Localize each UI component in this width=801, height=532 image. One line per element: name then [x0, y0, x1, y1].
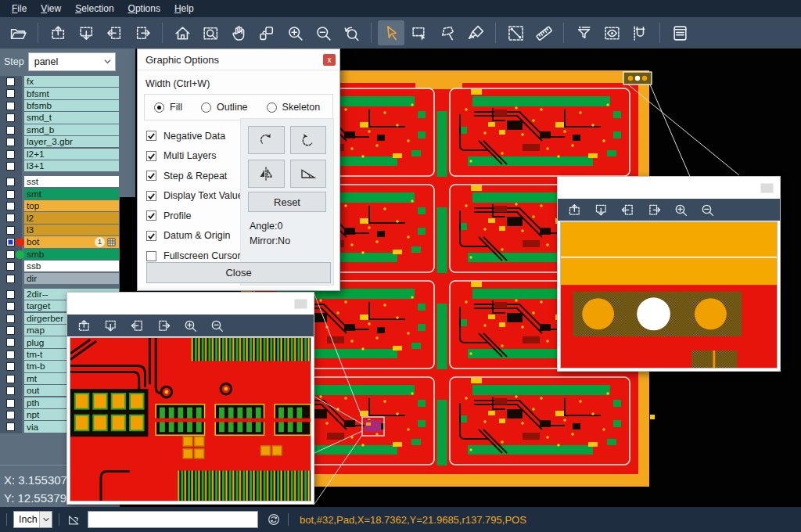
- layer-checkbox[interactable]: [6, 150, 15, 159]
- check-step-repeat[interactable]: Step & Repeat: [146, 171, 243, 181]
- zoom-out-button[interactable]: [697, 200, 718, 219]
- refresh-icon[interactable]: [266, 512, 282, 527]
- layer-name[interactable]: l2+1: [24, 149, 119, 160]
- measure-button[interactable]: [502, 20, 529, 45]
- check-negative-data[interactable]: Negative Data: [146, 131, 243, 141]
- layer-checkbox[interactable]: [6, 386, 15, 395]
- zoom-out-button[interactable]: [207, 316, 228, 335]
- check-fullscreen-cursor[interactable]: Fullscreen Cursor: [146, 251, 243, 261]
- layer-row-l2[interactable]: l2: [0, 212, 120, 224]
- show-hide-button[interactable]: [598, 20, 625, 45]
- window-button[interactable]: [760, 183, 774, 193]
- layer-name[interactable]: smb: [24, 249, 119, 260]
- layer-row-fx[interactable]: fx: [0, 76, 120, 88]
- layer-row-l2+1[interactable]: l2+1: [0, 149, 120, 160]
- check-display-text-value[interactable]: Display Text Value: [146, 191, 243, 201]
- pan-left-button[interactable]: [617, 200, 638, 219]
- menu-file[interactable]: File: [5, 1, 34, 16]
- layer-checkbox[interactable]: [6, 113, 15, 122]
- checkbox[interactable]: [146, 171, 156, 181]
- zoom-in-button[interactable]: [282, 20, 308, 45]
- layer-name[interactable]: bfsmb: [24, 100, 119, 111]
- layer-row-ssb[interactable]: ssb: [0, 261, 120, 272]
- pan-down-button[interactable]: [591, 200, 612, 219]
- layer-checkbox[interactable]: [6, 77, 15, 86]
- layer-checkbox[interactable]: [6, 238, 15, 246]
- menu-help[interactable]: Help: [167, 1, 201, 16]
- layer-name[interactable]: l3: [24, 225, 119, 235]
- check-datum-origin[interactable]: Datum & Origin: [146, 231, 243, 241]
- layer-checkbox[interactable]: [6, 202, 15, 210]
- layer-name[interactable]: dir: [24, 273, 119, 284]
- layer-checkbox[interactable]: [6, 214, 15, 222]
- check-profile[interactable]: Profile: [146, 210, 243, 221]
- dialog-title[interactable]: Graphic Options: [138, 49, 339, 70]
- poly-select-button[interactable]: [434, 20, 461, 45]
- pan-right-button[interactable]: [129, 20, 156, 45]
- pan-up-button[interactable]: [45, 20, 71, 45]
- zoom-out-button[interactable]: [310, 20, 336, 45]
- layer-checkbox[interactable]: [6, 422, 15, 431]
- layer-row-bfsmb[interactable]: bfsmb: [0, 100, 120, 112]
- layer-name[interactable]: smt: [24, 189, 119, 200]
- layer-checkbox[interactable]: [6, 399, 15, 408]
- layer-checkbox[interactable]: [6, 302, 15, 311]
- layer-checkbox[interactable]: [6, 315, 15, 323]
- pan-left-button[interactable]: [101, 20, 128, 45]
- filter-button[interactable]: [570, 20, 597, 45]
- layer-checkbox[interactable]: [6, 102, 15, 110]
- layer-checkbox[interactable]: [6, 362, 15, 371]
- layer-name[interactable]: ssb: [24, 261, 119, 271]
- radio-circle[interactable]: [201, 102, 211, 113]
- drag-view-button[interactable]: [253, 20, 280, 45]
- pan-up-button[interactable]: [74, 316, 95, 335]
- layer-row-bot[interactable]: bot1: [0, 236, 120, 248]
- layer-checkbox[interactable]: [6, 138, 15, 146]
- layer-row-layer_3.gbr[interactable]: layer_3.gbr: [0, 136, 120, 148]
- layer-name[interactable]: l2: [24, 212, 119, 223]
- unit-select[interactable]: Inch: [13, 511, 52, 528]
- command-input[interactable]: [88, 511, 258, 528]
- layers-panel-button[interactable]: [666, 20, 693, 45]
- layer-name[interactable]: smd_t: [24, 112, 119, 123]
- menu-selection[interactable]: Selection: [68, 1, 120, 16]
- radio-outline[interactable]: Outline: [201, 102, 248, 113]
- layer-name[interactable]: layer_3.gbr: [24, 136, 119, 147]
- layer-checkbox[interactable]: [6, 326, 15, 335]
- layer-checkbox[interactable]: [6, 375, 15, 383]
- magnifier-titlebar[interactable]: [558, 177, 780, 199]
- close-icon[interactable]: x: [323, 54, 336, 66]
- grid-icon[interactable]: [107, 238, 116, 246]
- pan-right-button[interactable]: [153, 316, 174, 335]
- layer-checkbox[interactable]: [6, 350, 15, 359]
- radio-circle[interactable]: [267, 102, 277, 113]
- magnifier-view[interactable]: [70, 337, 311, 501]
- zoom-window-button[interactable]: [197, 20, 224, 45]
- home-button[interactable]: [169, 20, 196, 45]
- layer-checkbox[interactable]: [6, 178, 15, 186]
- ruler-button[interactable]: [530, 20, 557, 45]
- close-button[interactable]: Close: [146, 262, 331, 283]
- checkbox[interactable]: [146, 191, 156, 201]
- open-button[interactable]: [5, 20, 31, 45]
- layer-row-smd_b[interactable]: smd_b: [0, 124, 120, 136]
- magnifier-titlebar[interactable]: [67, 293, 314, 315]
- flip-horizontal-button[interactable]: [248, 160, 285, 188]
- layer-name[interactable]: top: [24, 200, 119, 211]
- layer-row-sst[interactable]: sst: [0, 176, 120, 188]
- select-button[interactable]: [378, 20, 404, 45]
- layer-row-l3+1[interactable]: l3+1: [0, 160, 120, 172]
- zoom-in-button[interactable]: [180, 316, 201, 335]
- layer-checkbox[interactable]: [6, 250, 15, 259]
- layer-row-dir[interactable]: dir: [0, 273, 120, 285]
- checkbox[interactable]: [146, 251, 156, 261]
- layer-checkbox[interactable]: [6, 126, 15, 135]
- layer-name[interactable]: fx: [24, 76, 119, 87]
- pan-hand-button[interactable]: [225, 20, 252, 45]
- layer-row-l3[interactable]: l3: [0, 225, 120, 236]
- menu-options[interactable]: Options: [121, 1, 167, 16]
- angle-measure-icon[interactable]: [66, 512, 81, 527]
- rotate-ccw-button[interactable]: [290, 126, 327, 154]
- layer-checkbox[interactable]: [6, 275, 15, 283]
- step-select[interactable]: panel: [28, 52, 116, 71]
